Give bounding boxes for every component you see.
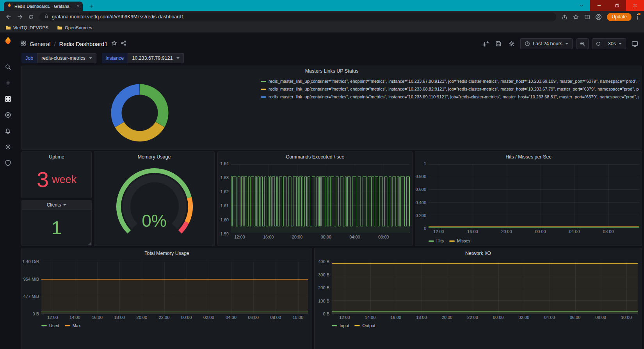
legend-item[interactable]: Misses <box>449 239 470 243</box>
axis-tick: 16:00 <box>263 235 274 239</box>
bookmark-folder-opensources[interactable]: OpenSources <box>57 25 92 30</box>
profile-avatar[interactable] <box>593 12 604 22</box>
clients-title: Clients <box>47 202 61 208</box>
panel-clients[interactable]: Clients 1 <box>21 200 92 246</box>
window-controls <box>590 0 644 11</box>
panel-memory-usage[interactable]: Memory Usage 0% <box>94 151 215 246</box>
legend-item[interactable]: Output <box>354 323 375 328</box>
panel-commands-executed[interactable]: Commands Executed / sec 1.641.631.621.61… <box>217 151 413 246</box>
legend-color-dash <box>261 89 266 90</box>
legend-item[interactable]: Used <box>41 323 59 328</box>
variable-instance-label: instance <box>102 53 128 63</box>
update-notification-dot <box>638 13 640 15</box>
commands-chart[interactable] <box>231 164 410 233</box>
legend-item[interactable]: Hits <box>429 239 444 243</box>
folder-icon <box>57 25 62 30</box>
y-axis: 1.641.631.621.611.601.59 <box>218 161 229 236</box>
network-io-chart[interactable] <box>332 262 638 313</box>
chevron-down-icon <box>63 204 66 206</box>
chevron-down-icon <box>176 57 180 59</box>
grafana-logo[interactable] <box>3 36 13 47</box>
panel-masters-links-up-status[interactable]: Masters Links UP Status redis_master_lin… <box>21 66 642 150</box>
tab-search-chevron-icon[interactable] <box>578 2 585 9</box>
tab-close-icon[interactable] <box>76 4 80 8</box>
save-dashboard-icon[interactable] <box>494 39 503 48</box>
favorite-star-icon[interactable] <box>111 40 117 47</box>
bookmark-label: OpenSources <box>65 25 92 30</box>
dashboard-header: General / Redis Dashboard1 <box>20 37 639 50</box>
bookmark-folder-vietq[interactable]: VietTQ_DEVOPS <box>5 25 48 30</box>
window-minimize-button[interactable] <box>590 0 608 11</box>
share-icon[interactable] <box>559 12 570 22</box>
axis-tick: 06:00 <box>570 315 581 320</box>
bookmark-star-icon[interactable] <box>571 12 581 22</box>
legend-color-dash <box>429 240 434 242</box>
panel-resize-handle[interactable] <box>88 242 91 245</box>
add-panel-icon[interactable] <box>480 39 490 48</box>
uptime-number: 3 <box>37 169 49 191</box>
legend-item[interactable]: redis_master_link_up{container="metrics"… <box>261 94 639 99</box>
grafana-sidenav <box>0 33 16 349</box>
dashboards-icon[interactable] <box>2 95 14 103</box>
refresh-button[interactable] <box>592 38 604 49</box>
breadcrumb-separator: / <box>54 41 55 47</box>
masters-legend: redis_master_link_up{container="metrics"… <box>261 79 639 99</box>
legend-item[interactable]: redis_master_link_up{container="metrics"… <box>261 79 639 84</box>
panel-title: Commands Executed / sec <box>218 152 412 161</box>
update-button[interactable]: Update <box>607 13 632 21</box>
reload-button[interactable] <box>26 12 36 22</box>
panel-hits-misses[interactable]: Hits / Misses per Sec 10.8000.6000.4000.… <box>415 151 642 246</box>
side-panel-icon[interactable] <box>582 12 592 22</box>
uptime-value: 3 week <box>22 161 91 198</box>
variable-instance-value: 10.233.67.79:9121 <box>132 55 173 61</box>
grafana-favicon <box>7 3 12 10</box>
refresh-interval-picker[interactable]: 30s <box>604 38 626 49</box>
axis-tick: 477 MiB <box>23 294 39 299</box>
legend-item[interactable]: Max <box>65 323 81 328</box>
legend-label: Hits <box>436 239 444 243</box>
dashboard-settings-icon[interactable] <box>507 39 516 48</box>
breadcrumb-section[interactable]: General <box>30 41 50 47</box>
variable-instance-select[interactable]: 10.233.67.79:9121 <box>128 53 183 63</box>
hits-misses-chart[interactable] <box>429 164 639 228</box>
axis-tick: 00:00 <box>320 235 331 239</box>
back-button[interactable] <box>3 12 14 22</box>
masters-donut-chart[interactable] <box>109 82 171 144</box>
variable-job-select[interactable]: redis-cluster-metrics <box>37 53 96 63</box>
admin-shield-icon[interactable] <box>2 159 14 167</box>
dashboard-grid-icon[interactable] <box>20 40 26 47</box>
legend-label: redis_master_link_up{container="metrics"… <box>269 79 639 84</box>
axis-tick: 20:00 <box>501 229 512 234</box>
window-restore-button[interactable] <box>608 0 626 11</box>
new-tab-button[interactable] <box>87 2 95 10</box>
explore-compass-icon[interactable] <box>2 111 14 119</box>
total-memory-chart[interactable] <box>41 262 308 313</box>
zoom-out-button[interactable] <box>576 38 589 49</box>
axis-tick: 00:00 <box>493 315 504 320</box>
browser-titlebar: Redis Dashboard1 - Grafana <box>0 0 644 11</box>
address-bar[interactable]: grafana.monitor.viettq.com/d/vYIh9K9Mzss… <box>39 12 556 21</box>
axis-tick: 12:00 <box>433 229 444 234</box>
browser-tab[interactable]: Redis Dashboard1 - Grafana <box>4 2 83 11</box>
axis-tick: 02:00 <box>203 315 214 320</box>
kiosk-mode-icon[interactable] <box>630 39 639 48</box>
variable-job-value: redis-cluster-metrics <box>41 55 85 61</box>
legend-item[interactable]: Input <box>332 323 349 328</box>
create-plus-icon[interactable] <box>2 79 14 87</box>
axis-tick: 100 B <box>318 299 329 303</box>
panel-network-io[interactable]: Network I/O 400 B300 B200 B100 B0 B 12:0… <box>314 248 642 349</box>
forward-button[interactable] <box>14 12 25 22</box>
browser-menu-icon[interactable] <box>634 12 641 21</box>
window-close-button[interactable] <box>626 0 644 11</box>
configuration-gear-icon[interactable] <box>2 143 14 151</box>
panel-total-memory-usage[interactable]: Total Memory Usage 1.40 GiB954 MiB477 Mi… <box>21 248 312 349</box>
share-dashboard-icon[interactable] <box>121 40 126 47</box>
clients-header[interactable]: Clients <box>22 200 91 210</box>
panel-uptime[interactable]: Uptime 3 week <box>21 151 92 198</box>
alerting-bell-icon[interactable] <box>2 127 14 135</box>
time-range-picker[interactable]: Last 24 hours <box>520 38 573 49</box>
axis-tick: 14:00 <box>69 315 80 320</box>
legend-label: Input <box>340 323 349 328</box>
search-icon[interactable] <box>2 63 14 71</box>
legend-item[interactable]: redis_master_link_up{container="metrics"… <box>261 87 639 91</box>
